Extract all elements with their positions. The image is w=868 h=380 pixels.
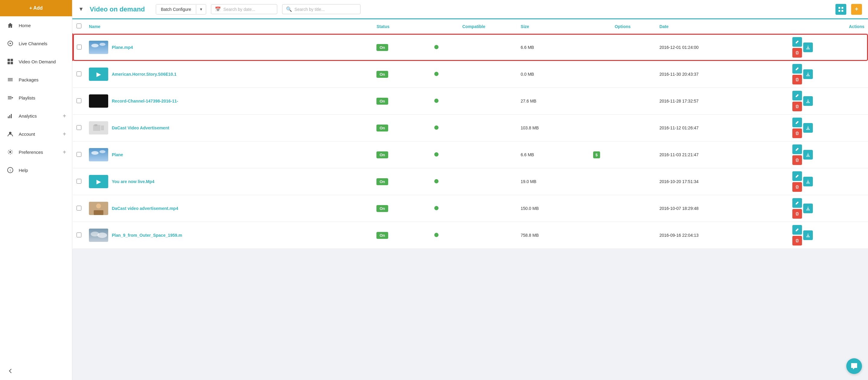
- edit-button[interactable]: [792, 91, 802, 100]
- row-name-link[interactable]: American.Horror.Story.S06E10.1: [112, 72, 177, 77]
- svg-rect-3: [10, 59, 13, 61]
- row-name-link[interactable]: DaCast Video Advertisement: [112, 125, 169, 130]
- row-compatible-cell: [431, 88, 517, 115]
- topbar-chevron-icon[interactable]: ▼: [79, 6, 84, 12]
- edit-button[interactable]: [792, 144, 802, 154]
- row-name-link[interactable]: You are now live.Mp4: [112, 179, 154, 184]
- edit-button[interactable]: [792, 171, 802, 181]
- status-on-badge: On: [376, 44, 388, 51]
- preferences-plus-icon[interactable]: +: [63, 149, 66, 155]
- download-stack: [803, 230, 813, 240]
- search-icon: 🔍: [286, 6, 292, 12]
- delete-button[interactable]: [792, 101, 802, 111]
- row-checkbox[interactable]: [77, 45, 82, 50]
- svg-rect-23: [841, 10, 843, 12]
- edit-button[interactable]: [792, 37, 802, 47]
- delete-button[interactable]: [792, 75, 802, 84]
- delete-button[interactable]: [792, 155, 802, 165]
- row-checkbox[interactable]: [76, 98, 82, 103]
- download-button[interactable]: [803, 204, 813, 213]
- batch-configure-dropdown[interactable]: ▼: [196, 5, 206, 14]
- row-date-cell: 2016-09-16 22:04:13: [656, 222, 789, 249]
- delete-button[interactable]: [792, 182, 802, 192]
- svg-rect-30: [89, 148, 108, 162]
- row-checkbox[interactable]: [76, 233, 82, 237]
- thumb-clouds: [89, 229, 108, 242]
- sidebar-item-preferences[interactable]: Preferences +: [0, 143, 72, 161]
- add-button[interactable]: + Add: [0, 0, 72, 16]
- download-button[interactable]: [803, 177, 813, 186]
- download-stack: [803, 96, 813, 106]
- row-status-cell: On: [373, 141, 430, 168]
- row-name-link[interactable]: DaCast video advertisement.mp4: [112, 206, 178, 211]
- delete-button[interactable]: [792, 209, 802, 218]
- dollar-badge: $: [593, 151, 600, 158]
- delete-button[interactable]: [792, 236, 802, 245]
- row-checkbox[interactable]: [76, 71, 82, 76]
- edit-button[interactable]: [792, 198, 802, 208]
- playlists-icon: [6, 93, 14, 102]
- svg-point-25: [91, 44, 98, 47]
- download-button[interactable]: [803, 69, 813, 79]
- chat-button[interactable]: [846, 358, 862, 374]
- batch-configure-button[interactable]: Batch Configure: [156, 4, 196, 14]
- grid-view-button[interactable]: [835, 4, 846, 15]
- sidebar-item-account[interactable]: Account +: [0, 125, 72, 143]
- row-actions-cell: [789, 195, 868, 222]
- sidebar: + Add Home Live Channels Video On Demand: [0, 0, 72, 380]
- action-stack: [792, 225, 802, 245]
- svg-rect-15: [11, 114, 12, 118]
- svg-point-26: [99, 43, 105, 46]
- action-stack: [792, 144, 802, 165]
- date-search-wrap[interactable]: 📅 Search by date...: [211, 4, 277, 14]
- sidebar-item-help-label: Help: [19, 168, 66, 173]
- sidebar-item-playlists[interactable]: Playlists: [0, 89, 72, 107]
- svg-point-17: [9, 151, 11, 153]
- row-date-cell: 2016-10-07 18:29:48: [656, 195, 789, 222]
- row-date-cell: 2016-12-01 01:24:00: [656, 34, 789, 61]
- topbar-add-button[interactable]: +: [851, 4, 862, 15]
- table-row: DaCast Video Advertisement On 103.8 MB 2…: [73, 115, 868, 141]
- thumb-play-icon: ▶: [96, 178, 101, 185]
- download-button[interactable]: [803, 42, 813, 52]
- sidebar-item-analytics[interactable]: Analytics +: [0, 107, 72, 125]
- edit-button[interactable]: [792, 118, 802, 127]
- row-name-link[interactable]: Plan_9_from_Outer_Space_1959.m: [112, 233, 182, 238]
- download-button[interactable]: [803, 150, 813, 159]
- sidebar-item-packages[interactable]: Packages: [0, 70, 72, 89]
- sidebar-item-video-on-demand[interactable]: Video On Demand: [0, 53, 72, 70]
- download-button[interactable]: [803, 230, 813, 240]
- delete-button[interactable]: [792, 48, 802, 58]
- header-status: Status: [373, 19, 430, 34]
- row-actions-cell: [789, 222, 868, 249]
- row-name-cell: Plan_9_from_Outer_Space_1959.m: [85, 222, 373, 249]
- download-button[interactable]: [803, 123, 813, 133]
- edit-button[interactable]: [792, 225, 802, 235]
- row-actions-cell: [789, 141, 868, 168]
- table-row: Plan_9_from_Outer_Space_1959.m On 758.8 …: [73, 222, 868, 249]
- sidebar-item-live-channels[interactable]: Live Channels: [0, 34, 72, 53]
- delete-button[interactable]: [792, 128, 802, 138]
- sidebar-item-home[interactable]: Home: [0, 16, 72, 34]
- download-button[interactable]: [803, 96, 813, 106]
- analytics-plus-icon[interactable]: +: [63, 113, 66, 119]
- row-checkbox[interactable]: [76, 152, 82, 157]
- header-name: Name: [85, 19, 373, 34]
- account-plus-icon[interactable]: +: [63, 131, 66, 137]
- video-table-container: Name Status Compatible Size Options Date…: [72, 19, 868, 380]
- help-icon: i: [6, 166, 14, 174]
- row-name-link[interactable]: Plane: [112, 152, 123, 157]
- row-options-cell: [590, 195, 656, 222]
- sidebar-collapse-button[interactable]: [0, 362, 72, 380]
- row-options-cell: [590, 34, 656, 61]
- sidebar-item-help[interactable]: i Help: [0, 161, 72, 179]
- title-search-wrap[interactable]: 🔍 Search by title...: [282, 4, 361, 14]
- edit-button[interactable]: [792, 64, 802, 74]
- row-name-link[interactable]: Record-Channel-147398-2016-11-: [112, 98, 178, 104]
- row-checkbox[interactable]: [76, 206, 82, 210]
- row-checkbox[interactable]: [76, 125, 82, 130]
- row-checkbox[interactable]: [76, 179, 82, 184]
- table-row: DaCast video advertisement.mp4 On 150.0 …: [73, 195, 868, 222]
- row-name-link[interactable]: Plane.mp4: [112, 45, 133, 50]
- select-all-checkbox[interactable]: [76, 24, 82, 28]
